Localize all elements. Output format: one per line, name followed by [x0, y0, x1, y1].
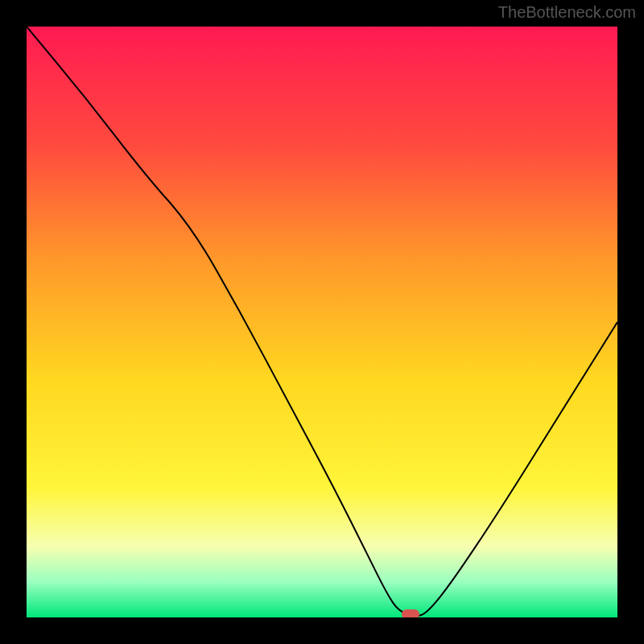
watermark-label: TheBottleneck.com [498, 3, 636, 22]
bottleneck-curve [27, 27, 617, 617]
plot-area [27, 27, 617, 617]
optimal-marker [402, 609, 419, 617]
